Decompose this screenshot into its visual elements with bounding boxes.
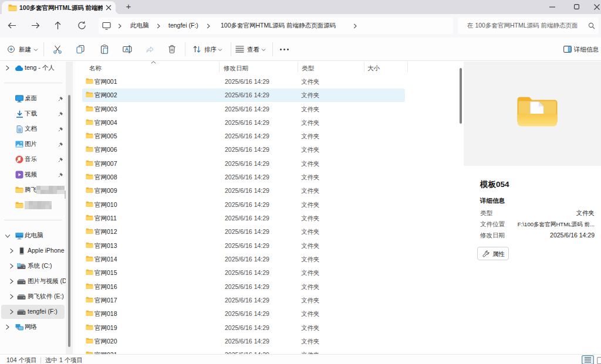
svg-text:A: A xyxy=(125,46,129,52)
